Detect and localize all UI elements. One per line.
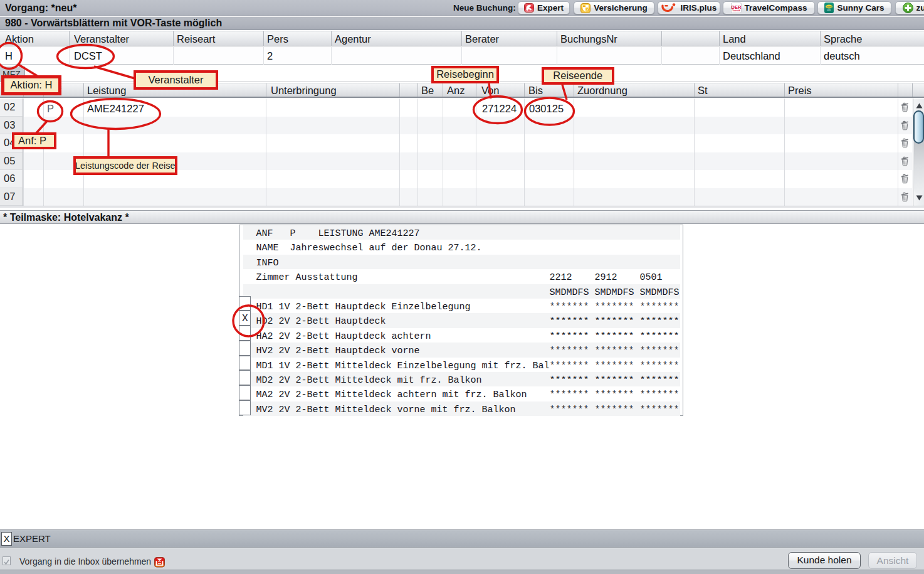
svg-text:Touristik: Touristik: [732, 9, 740, 12]
svg-text:sunny: sunny: [827, 6, 832, 8]
svg-text:cars: cars: [827, 9, 831, 11]
